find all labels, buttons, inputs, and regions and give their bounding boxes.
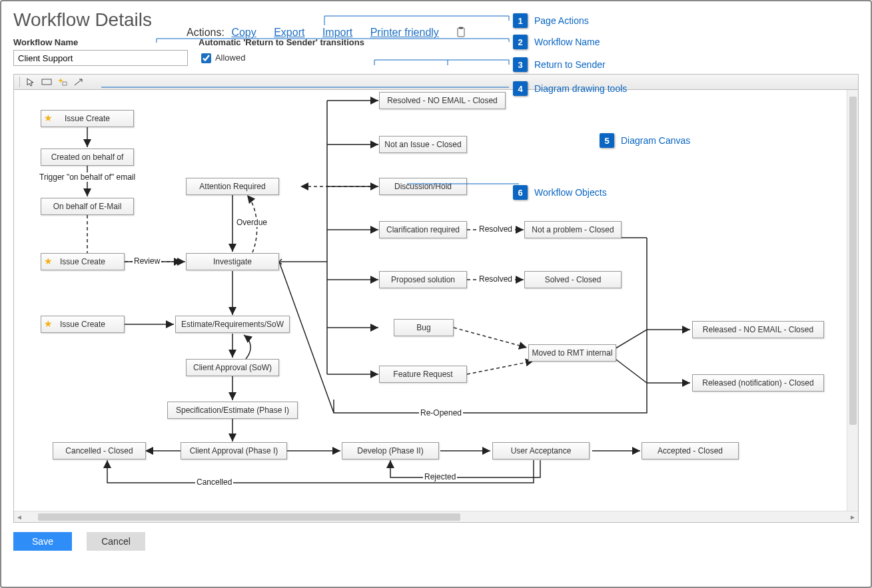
node-proposed-solution[interactable]: Proposed solution	[379, 271, 467, 288]
node-label: Not a problem - Closed	[532, 225, 614, 234]
node-develop-p2[interactable]: Develop (Phase II)	[342, 442, 439, 459]
edge-label-resolved-2: Resolved	[478, 274, 514, 284]
callout-2: 2 Workflow Name	[513, 35, 600, 49]
node-label: Discussion/Hold	[394, 182, 452, 191]
svg-rect-0	[458, 28, 464, 37]
node-moved-rmt[interactable]: Moved to RMT internal	[528, 344, 616, 362]
edge-label-rejected: Rejected	[423, 472, 457, 481]
cancel-button[interactable]: Cancel	[87, 532, 145, 551]
node-label: Released (notification) - Closed	[702, 378, 813, 388]
select-tool[interactable]	[24, 76, 37, 88]
callout-1: 1 Page Actions	[513, 13, 589, 28]
callout-label: Diagram drawing tools	[534, 83, 627, 94]
page-title: Workflow Details	[13, 9, 152, 31]
node-spec-estimate[interactable]: Specification/Estimate (Phase I)	[167, 402, 298, 419]
node-issue-create-2[interactable]: ★ Issue Create	[41, 253, 125, 270]
node-not-problem-closed[interactable]: Not a problem - Closed	[524, 221, 622, 238]
node-label: Feature Request	[393, 370, 452, 379]
callout-6: 6 Workflow Objects	[513, 185, 607, 200]
node-client-approval-p1[interactable]: Client Approval (Phase I)	[181, 442, 287, 459]
callout-label: Page Actions	[534, 15, 589, 26]
node-not-issue-closed[interactable]: Not an Issue - Closed	[379, 136, 467, 153]
node-label: Client Approval (SoW)	[193, 363, 272, 372]
save-button[interactable]: Save	[13, 532, 72, 551]
node-label: On behalf of E-Mail	[53, 202, 122, 211]
node-label: Resolved - NO EMAIL - Closed	[387, 96, 498, 105]
action-export[interactable]: Export	[274, 27, 304, 38]
edge-label-trigger-email: Trigger "on behalf of" email	[38, 172, 137, 182]
node-label: Issue Create	[60, 257, 105, 266]
node-accepted-closed[interactable]: Accepted - Closed	[642, 442, 739, 459]
node-user-acceptance[interactable]: User Acceptance	[492, 442, 590, 459]
callout-num: 5	[600, 133, 614, 148]
node-label: Specification/Estimate (Phase I)	[176, 406, 289, 415]
allowed-label: Allowed	[215, 53, 246, 63]
diagram-toolbar	[13, 74, 859, 90]
node-released-notification[interactable]: Released (notification) - Closed	[692, 374, 824, 392]
svg-line-4	[75, 79, 82, 85]
node-bug[interactable]: Bug	[394, 319, 454, 336]
node-attention-required[interactable]: Attention Required	[186, 178, 279, 195]
callout-label: Workflow Name	[534, 37, 600, 47]
node-label: Estimate/Requirements/SoW	[181, 320, 284, 329]
node-label: Investigate	[213, 257, 252, 266]
node-released-noemail[interactable]: Released - NO EMAIL - Closed	[692, 321, 824, 338]
node-label: Moved to RMT internal	[532, 348, 612, 358]
node-feature-request[interactable]: Feature Request	[379, 366, 467, 383]
node-label: Develop (Phase II)	[357, 446, 423, 455]
clipboard-icon[interactable]	[456, 27, 466, 40]
action-printer-friendly[interactable]: Printer friendly	[370, 27, 439, 38]
callout-num: 4	[513, 81, 528, 96]
edge-label-review: Review	[133, 256, 161, 266]
callout-label: Return to Sender	[534, 59, 606, 70]
node-created-on-behalf[interactable]: Created on behalf of	[41, 148, 134, 166]
callout-3: 3 Return to Sender	[513, 57, 606, 72]
node-label: User Acceptance	[511, 446, 572, 455]
node-label: Bug	[416, 323, 430, 332]
callout-label: Diagram Canvas	[621, 135, 690, 146]
callout-5: 5 Diagram Canvas	[600, 133, 690, 148]
vertical-scrollbar[interactable]	[847, 90, 858, 511]
edge-label-overdue: Overdue	[235, 218, 268, 227]
node-resolved-noemail[interactable]: Resolved - NO EMAIL - Closed	[379, 92, 506, 109]
node-investigate[interactable]: Investigate	[186, 253, 279, 270]
svg-rect-2	[42, 79, 51, 85]
node-solved-closed[interactable]: Solved - Closed	[524, 271, 622, 288]
node-client-approval-sow[interactable]: Client Approval (SoW)	[186, 359, 279, 376]
node-issue-create-1[interactable]: ★ Issue Create	[41, 110, 134, 127]
action-copy[interactable]: Copy	[231, 27, 256, 38]
node-label: Accepted - Closed	[657, 446, 723, 455]
node-label: Released - NO EMAIL - Closed	[703, 325, 813, 334]
node-label: Not an Issue - Closed	[384, 140, 461, 149]
transition-arrow-tool[interactable]	[72, 76, 85, 88]
sparkle-new-tool[interactable]	[56, 76, 69, 88]
diagram-canvas[interactable]: ★ Issue Create Created on behalf of Trig…	[13, 90, 859, 523]
state-box-tool[interactable]	[40, 76, 53, 88]
page-actions: Actions: Copy Export Import Printer frie…	[187, 27, 466, 40]
node-clarification-required[interactable]: Clarification required	[379, 221, 467, 238]
workflow-name-input[interactable]	[13, 50, 188, 66]
edge-label-cancelled: Cancelled	[195, 477, 233, 487]
svg-rect-3	[63, 82, 67, 85]
node-on-behalf-email[interactable]: On behalf of E-Mail	[41, 198, 134, 215]
edge-label-reopened: Re-Opened	[419, 408, 463, 418]
node-label: Client Approval (Phase I)	[190, 446, 278, 455]
action-import[interactable]: Import	[322, 27, 352, 38]
edge-label-resolved-1: Resolved	[478, 224, 514, 234]
node-estimate-requirements[interactable]: Estimate/Requirements/SoW	[175, 316, 290, 333]
horizontal-scrollbar[interactable]: ◄ ►	[14, 511, 858, 522]
svg-rect-1	[459, 27, 463, 29]
callout-num: 2	[513, 35, 528, 49]
callout-num: 3	[513, 57, 528, 72]
node-discussion-hold[interactable]: Discussion/Hold	[379, 178, 467, 195]
callout-num: 6	[513, 185, 528, 200]
node-cancelled-closed[interactable]: Cancelled - Closed	[53, 442, 146, 459]
allowed-checkbox[interactable]	[201, 53, 211, 63]
workflow-name-label: Workflow Name	[13, 37, 199, 47]
node-label: Clarification required	[386, 225, 460, 234]
actions-label: Actions:	[187, 27, 224, 38]
node-label: Cancelled - Closed	[65, 446, 133, 455]
node-issue-create-3[interactable]: ★ Issue Create	[41, 316, 125, 333]
callout-num: 1	[513, 13, 528, 28]
callout-label: Workflow Objects	[534, 187, 607, 198]
